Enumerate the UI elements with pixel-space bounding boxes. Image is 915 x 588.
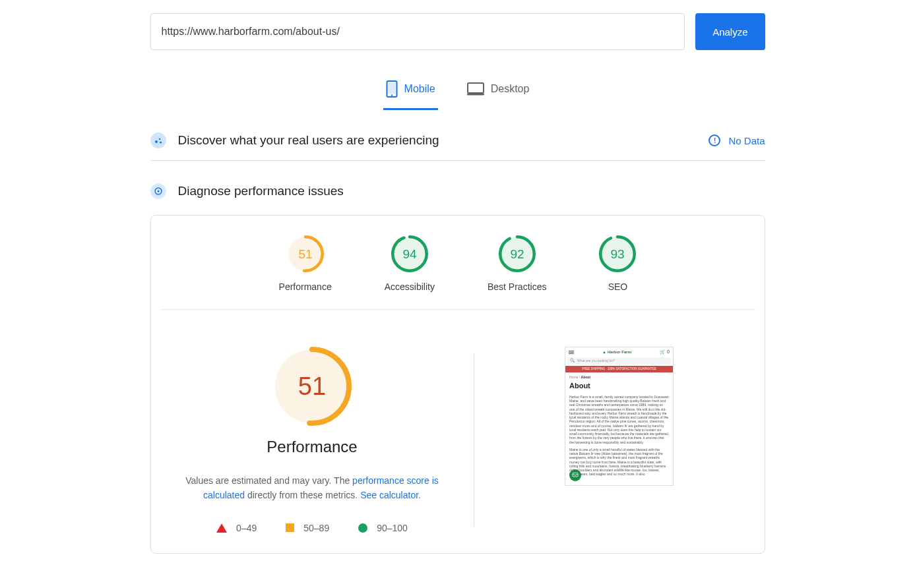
svg-text:51: 51: [298, 372, 326, 400]
legend-orange-label: 50–89: [303, 523, 329, 533]
cart-icon: 🛒0: [660, 349, 670, 355]
performance-heading: Performance: [267, 438, 357, 456]
search-icon: 🔍: [570, 359, 575, 364]
no-data-label: No Data: [728, 135, 765, 146]
diagnose-title: Diagnose performance issues: [178, 184, 765, 198]
svg-text:94: 94: [402, 247, 417, 261]
chat-icon: [569, 469, 581, 481]
performance-big-gauge: 51: [272, 347, 352, 426]
device-tabs: Mobile Desktop: [82, 74, 834, 110]
gauge-seo[interactable]: 93 SEO: [599, 235, 636, 292]
tab-mobile-label: Mobile: [404, 83, 435, 95]
preview-heading: About: [569, 382, 669, 391]
gauge-label: SEO: [608, 281, 628, 292]
legend-green-icon: [358, 523, 367, 533]
preview-breadcrumb: Home / About: [569, 375, 669, 379]
desktop-icon: [467, 82, 484, 96]
alert-icon: !: [709, 134, 720, 146]
svg-rect-25: [573, 473, 578, 477]
gauge-performance[interactable]: 51 Performance: [279, 235, 332, 292]
diagnose-card: 51 Performance 94 Accessibility 92 Best …: [150, 215, 765, 554]
tab-desktop-label: Desktop: [491, 83, 530, 95]
gauge-label: Best Practices: [488, 281, 546, 292]
svg-point-7: [159, 141, 161, 143]
mobile-icon: [386, 80, 398, 98]
svg-rect-1: [388, 82, 395, 94]
analyze-button[interactable]: Analyze: [695, 13, 765, 50]
svg-point-5: [155, 140, 158, 143]
score-legend: 0–49 50–89 90–100: [216, 523, 408, 533]
discover-title: Discover what your real users are experi…: [178, 133, 697, 148]
legend-red-icon: [216, 523, 227, 533]
preview-search-placeholder: What are you looking for?: [577, 359, 615, 363]
svg-point-9: [157, 191, 159, 192]
gauge-label: Performance: [279, 281, 332, 292]
svg-text:92: 92: [510, 247, 524, 261]
preview-paragraph-2: Maine is one of only a small handful of …: [569, 448, 669, 477]
hamburger-icon: [569, 351, 574, 354]
svg-rect-3: [468, 83, 484, 93]
svg-point-6: [158, 138, 160, 140]
gauge-label: Accessibility: [385, 281, 435, 292]
svg-text:93: 93: [611, 247, 625, 261]
tab-mobile[interactable]: Mobile: [383, 74, 438, 110]
no-data-link[interactable]: ! No Data: [709, 134, 765, 146]
preview-paragraph-1: Harbor Farm is a small, family owned com…: [569, 395, 669, 444]
diagnose-icon: [150, 183, 166, 199]
legend-green-label: 90–100: [377, 523, 408, 533]
gauge-best-practices[interactable]: 92 Best Practices: [488, 235, 546, 292]
vertical-divider: [474, 353, 474, 527]
legend-red-label: 0–49: [236, 523, 257, 533]
svg-rect-4: [467, 94, 484, 96]
url-input[interactable]: [150, 13, 685, 50]
svg-text:51: 51: [298, 247, 312, 261]
preview-banner: FREE SHIPPING · 100% SATISFACTION GUARAN…: [565, 366, 673, 372]
legend-orange-icon: [286, 523, 294, 532]
tab-desktop[interactable]: Desktop: [464, 74, 532, 110]
see-calculator-link[interactable]: See calculator: [360, 490, 418, 500]
preview-logo: ▲Harbor Farm: [602, 350, 631, 355]
discover-icon: [150, 132, 166, 148]
gauge-accessibility[interactable]: 94 Accessibility: [385, 235, 435, 292]
performance-description: Values are estimated and may vary. The p…: [171, 473, 454, 503]
svg-point-2: [391, 94, 392, 96]
page-screenshot-preview: ▲Harbor Farm 🛒0 🔍 What are you looking f…: [565, 347, 674, 486]
